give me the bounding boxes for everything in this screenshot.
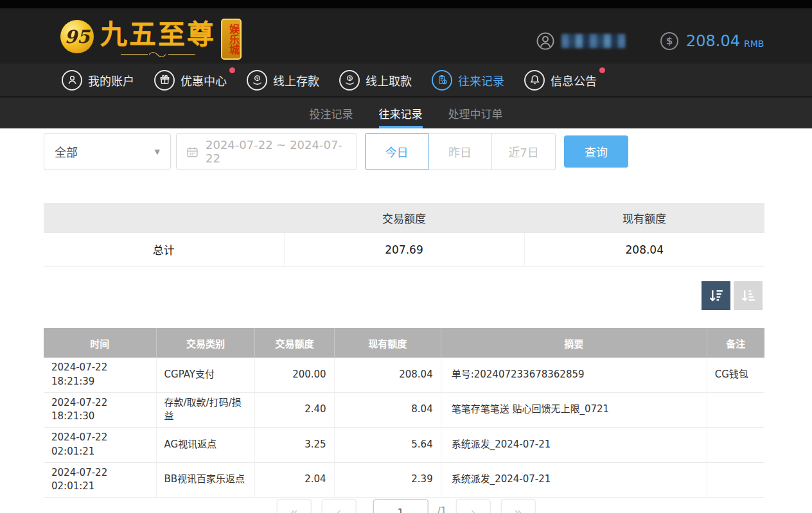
site-logo[interactable]: 95 九五至尊 娱乐城 [60,12,242,60]
cell-summary: 单号:202407233678362859 [441,358,707,392]
nav-label: 线上取款 [366,72,412,89]
date-range-value: 2024-07-22 ~ 2024-07-22 [206,138,347,165]
pagination: « ‹ /1 › » [277,499,536,513]
user-avatar-icon[interactable] [536,31,555,51]
bell-icon [524,70,545,91]
logo-name: 九五至尊 [100,21,216,48]
nav-item-announcements[interactable]: 信息公告 [524,70,597,91]
nav-item-withdraw[interactable]: $ 线上取款 [339,70,412,91]
cell-time: 2024-07-22 18:21:39 [44,358,156,392]
sort-toolbar [702,281,763,310]
records-icon [432,70,452,91]
date-range-input[interactable]: 2024-07-22 ~ 2024-07-22 [176,133,357,170]
table-header-row: 时间 交易类别 交易额度 现有额度 摘要 备注 [44,328,764,358]
cell-type: 存款/取款/打码/损益 [156,392,255,428]
summary-balance-total: 208.04 [524,233,764,266]
logo-flourish-icon [121,51,195,58]
category-select-value: 全部 [55,143,78,160]
gift-icon [154,70,175,91]
total-pages-label: /1 [437,505,447,513]
summary-header-transaction: 交易额度 [284,203,524,233]
main-nav: 我的账户 优惠中心 ¥ 线上存款 [0,64,812,96]
cell-amount: 200.00 [255,358,334,392]
user-icon [62,70,82,91]
site-header: 95 九五至尊 娱乐城 $ 208.04 [0,8,812,64]
cell-balance: 5.64 [334,428,441,463]
quick-yesterday-button[interactable]: 昨日 [428,133,492,170]
summary-total-label: 总计 [44,233,284,266]
cell-summary: 笔笔存笔笔送 贴心回馈无上限_0721 [441,392,707,428]
nav-item-my-account[interactable]: 我的账户 [62,70,134,91]
cell-type: BB视讯百家乐返点 [156,462,255,498]
cell-balance: 8.04 [334,392,441,428]
tab-pending-orders[interactable]: 处理中订单 [448,98,503,128]
svg-text:$: $ [348,76,351,81]
nav-label: 往来记录 [458,72,504,89]
summary-table: 交易额度 现有额度 总计 207.69 208.04 [44,203,764,267]
top-strip [0,0,812,8]
col-note: 备注 [707,328,764,358]
nav-label: 优惠中心 [181,72,227,89]
filter-bar: 全部 ▼ 2024-07-22 ~ 2024-07-22 今日 昨日 近7日 查… [44,133,628,170]
cell-amount: 2.04 [255,462,334,498]
summary-header-empty [44,203,284,233]
tab-transaction-records[interactable]: 往来记录 [379,98,423,128]
calendar-icon [186,146,199,158]
transactions-table: 时间 交易类别 交易额度 现有额度 摘要 备注 2024-07-22 18:21… [44,328,764,498]
summary-header-row: 交易额度 现有额度 [44,203,764,233]
summary-header-balance: 现有额度 [524,203,764,233]
logo-badge: 娱乐城 [221,19,242,60]
quick-today-button[interactable]: 今日 [365,133,428,170]
notification-dot [229,67,235,73]
cell-note [707,462,764,498]
summary-total-row: 总计 207.69 208.04 [44,233,764,266]
cell-summary: 系统派发_2024-07-21 [441,428,707,463]
nav-label: 我的账户 [88,72,134,89]
cell-balance: 208.04 [334,358,441,392]
nav-item-deposit[interactable]: ¥ 线上存款 [247,70,319,91]
search-button[interactable]: 查询 [564,135,628,168]
prev-page-button[interactable]: ‹ [322,499,357,513]
cell-amount: 2.40 [255,392,334,428]
cell-note [707,428,764,463]
logo-coin-icon: 95 [60,20,94,53]
cell-type: AG视讯返点 [156,428,255,463]
table-row: 2024-07-22 18:21:30 存款/取款/打码/损益 2.40 8.0… [44,392,764,428]
username-blurred [561,34,626,48]
account-balance[interactable]: 208.04 [686,32,740,50]
quick-last7days-button[interactable]: 近7日 [492,133,556,170]
page: 95 九五至尊 娱乐城 $ 208.04 [0,0,812,513]
quick-date-group: 今日 昨日 近7日 [365,133,556,170]
col-summary: 摘要 [441,328,707,358]
col-balance: 现有额度 [334,328,441,358]
table-row: 2024-07-22 18:21:39 CGPAY支付 200.00 208.0… [44,358,764,392]
table-row: 2024-07-22 02:01:21 BB视讯百家乐返点 2.04 2.39 … [44,462,764,498]
chevron-down-icon: ▼ [155,148,160,156]
sub-nav: 投注记录 往来记录 处理中订单 [0,96,812,128]
cell-amount: 3.25 [255,428,334,463]
tab-bet-records[interactable]: 投注记录 [310,98,353,128]
next-page-button[interactable]: › [455,499,490,513]
nav-item-records[interactable]: 往来记录 [432,70,504,91]
nav-label: 信息公告 [551,72,597,89]
cell-time: 2024-07-22 18:21:30 [44,392,156,428]
deposit-icon: ¥ [247,70,267,91]
cell-note [707,392,764,428]
sort-ascending-button[interactable] [734,281,763,310]
notification-dot [599,67,605,73]
cell-balance: 2.39 [334,462,441,498]
col-amount: 交易额度 [255,328,334,358]
currency-label: RMB [744,39,764,49]
category-select[interactable]: 全部 ▼ [44,133,171,170]
last-page-button[interactable]: » [500,499,535,513]
summary-transaction-total: 207.69 [284,233,524,266]
cell-time: 2024-07-22 02:01:21 [44,462,156,498]
sort-descending-button[interactable] [702,281,730,310]
logo-text-wrap: 九五至尊 [100,21,216,58]
first-page-button[interactable]: « [277,499,312,513]
cell-time: 2024-07-22 02:01:21 [44,428,156,463]
currency-coin-icon: $ [660,32,678,50]
nav-item-promotions[interactable]: 优惠中心 [154,70,227,91]
page-number-input[interactable] [373,499,428,513]
cell-note: CG钱包 [707,358,764,392]
